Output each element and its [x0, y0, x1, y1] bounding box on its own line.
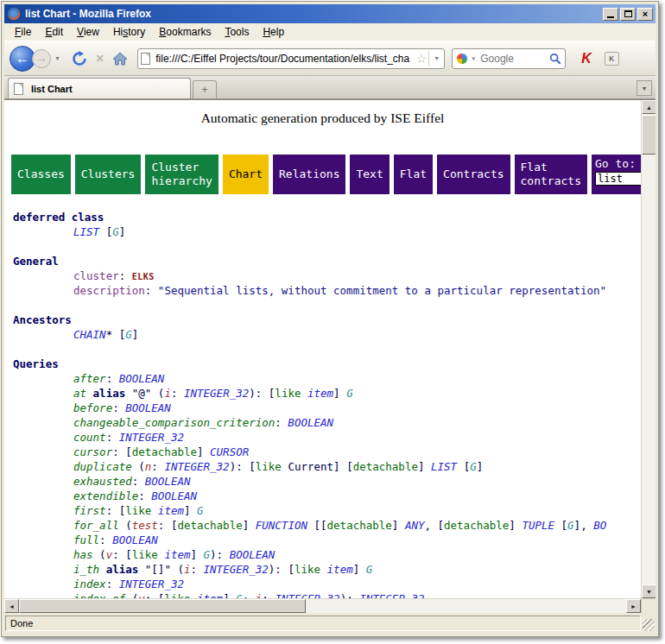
- class-link[interactable]: item: [197, 592, 223, 598]
- class-link[interactable]: BO: [593, 519, 606, 532]
- code-token: detachable: [177, 519, 242, 532]
- code-line: LIST [G]: [13, 224, 641, 239]
- home-button[interactable]: [111, 50, 130, 67]
- class-link[interactable]: INTEGER_32: [275, 592, 339, 598]
- nav-button-contracts[interactable]: Contracts: [437, 155, 510, 194]
- address-dropdown-icon[interactable]: ▼: [428, 51, 441, 66]
- goto-input[interactable]: [595, 172, 641, 186]
- nav-button-label: Contracts: [443, 167, 504, 181]
- class-link[interactable]: BOOLEAN: [230, 548, 276, 561]
- search-magnifier-icon[interactable]: [549, 53, 561, 65]
- class-link[interactable]: item: [164, 548, 190, 561]
- tab-list-chart[interactable]: list Chart: [8, 78, 191, 98]
- class-link[interactable]: INTEGER_32: [119, 431, 184, 444]
- class-link[interactable]: ANY: [405, 519, 425, 532]
- class-link[interactable]: INTEGER_32: [164, 460, 229, 473]
- code-line: after: BOOLEAN: [13, 371, 641, 386]
- code-token: ]: [119, 225, 126, 238]
- bookmark-star-icon[interactable]: ☆: [415, 53, 429, 65]
- feature-name: exhausted: [73, 475, 132, 488]
- class-link[interactable]: item: [307, 387, 333, 400]
- search-input[interactable]: [478, 52, 547, 66]
- class-link[interactable]: item: [158, 504, 184, 517]
- class-link[interactable]: FUNCTION: [256, 519, 307, 532]
- status-bar: Done: [4, 613, 656, 632]
- new-tab-button[interactable]: +: [193, 80, 217, 98]
- class-link[interactable]: TUPLE: [522, 519, 554, 532]
- class-link[interactable]: INTEGER_32: [204, 563, 269, 576]
- nav-button-label: Relations: [279, 167, 339, 181]
- nav-button-classes[interactable]: Classes: [11, 155, 71, 194]
- maximize-icon: [624, 10, 632, 17]
- code-token: [301, 387, 307, 400]
- search-box[interactable]: ▼: [452, 48, 566, 69]
- horizontal-scrollbar[interactable]: ◄ ►: [4, 598, 656, 613]
- history-dropdown-icon[interactable]: ▼: [53, 54, 62, 63]
- code-token: alias: [106, 563, 139, 576]
- menu-history[interactable]: History: [106, 24, 152, 40]
- code-token: General: [13, 255, 59, 268]
- close-button[interactable]: ×: [637, 8, 653, 21]
- address-bar[interactable]: ☆ ▼: [137, 48, 445, 69]
- class-link[interactable]: BOOLEAN: [288, 416, 333, 429]
- code-token: alias: [93, 387, 126, 400]
- code-line: description: "Sequential lists, without …: [13, 283, 641, 298]
- resize-grip[interactable]: [643, 619, 655, 631]
- nav-button-chart[interactable]: Chart: [223, 155, 269, 194]
- scroll-up-icon[interactable]: ▲: [642, 100, 656, 114]
- class-link[interactable]: INTEGER_32: [184, 387, 249, 400]
- nav-button-relations[interactable]: Relations: [273, 155, 345, 194]
- class-link[interactable]: BOOLEAN: [125, 401, 171, 414]
- code-line: deferred class: [13, 210, 641, 224]
- nav-button-text[interactable]: Text: [350, 155, 389, 194]
- class-link[interactable]: LIST: [431, 460, 457, 473]
- reload-button[interactable]: [70, 49, 89, 68]
- class-link[interactable]: CHAIN: [73, 328, 106, 341]
- feature-name: index: [73, 578, 106, 590]
- code-token: :: [112, 401, 125, 414]
- code-token: [320, 563, 327, 576]
- vertical-scroll-thumb[interactable]: [642, 115, 656, 155]
- class-link[interactable]: BOOLEAN: [112, 534, 158, 546]
- stop-button[interactable]: ×: [94, 49, 105, 68]
- code-token: detachable: [353, 460, 418, 473]
- minimize-button[interactable]: [603, 8, 618, 21]
- class-link[interactable]: INTEGER_32: [119, 578, 184, 590]
- feature-name: changeable_comparison_criterion: [73, 416, 275, 429]
- class-link[interactable]: INTEGER_32: [359, 592, 424, 598]
- k-addon-button[interactable]: K: [605, 52, 619, 66]
- menu-file[interactable]: File: [8, 24, 38, 40]
- firefox-icon: [7, 7, 21, 21]
- code-token: (: [119, 519, 132, 532]
- nav-button-flat[interactable]: Flat: [394, 155, 433, 194]
- scroll-right-icon[interactable]: ►: [626, 599, 641, 613]
- maximize-button[interactable]: [620, 8, 636, 21]
- class-link[interactable]: LIST: [73, 225, 99, 238]
- nav-button-flat-contracts[interactable]: Flatcontracts: [515, 155, 587, 194]
- class-link[interactable]: BOOLEAN: [145, 475, 191, 488]
- nav-button-clusters[interactable]: Clusters: [75, 155, 142, 194]
- class-link[interactable]: BOOLEAN: [151, 489, 197, 502]
- class-link[interactable]: item: [327, 563, 353, 576]
- menu-edit[interactable]: Edit: [38, 24, 70, 40]
- scroll-left-icon[interactable]: ◄: [4, 599, 19, 613]
- class-link[interactable]: CURSOR: [210, 445, 249, 458]
- vertical-scrollbar[interactable]: ▲ ▼: [641, 100, 656, 598]
- address-input[interactable]: [154, 52, 415, 66]
- feature-name: for_all: [73, 519, 119, 532]
- menu-tools[interactable]: Tools: [218, 24, 256, 40]
- menu-bookmarks[interactable]: Bookmarks: [152, 24, 218, 40]
- menu-help[interactable]: Help: [256, 24, 291, 40]
- horizontal-scroll-thumb[interactable]: [19, 599, 306, 613]
- kaspersky-icon[interactable]: K: [576, 51, 597, 66]
- code-line: cursor: [detachable] CURSOR: [13, 445, 641, 459]
- nav-button-cluster-hierarchy[interactable]: Clusterhierarchy: [145, 155, 218, 194]
- search-engine-dropdown-icon[interactable]: ▼: [471, 56, 476, 61]
- list-all-tabs-icon[interactable]: ▼: [636, 80, 652, 96]
- titlebar[interactable]: list Chart - Mozilla Firefox ×: [4, 4, 656, 23]
- scroll-down-icon[interactable]: ▼: [642, 584, 656, 598]
- code-line: exhausted: BOOLEAN: [13, 474, 641, 489]
- menu-view[interactable]: View: [70, 24, 106, 40]
- forward-button[interactable]: →: [32, 49, 51, 68]
- class-link[interactable]: BOOLEAN: [119, 372, 165, 385]
